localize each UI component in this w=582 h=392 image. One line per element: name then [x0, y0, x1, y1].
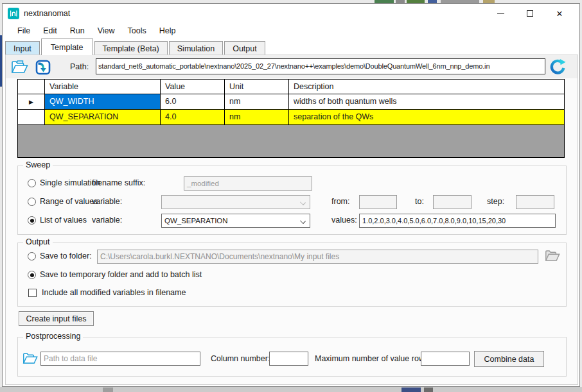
from-input[interactable]	[359, 195, 397, 209]
save-temp-folder-label: Save to temporary folder and add to batc…	[40, 270, 202, 279]
list-of-values-label: List of values	[40, 216, 87, 225]
current-row-marker-icon: ▶	[29, 99, 33, 105]
list-variable-select[interactable]: QW_SEPARATION	[161, 214, 310, 228]
output-group-title: Output	[23, 237, 53, 246]
create-input-files-button[interactable]: Create input files	[19, 311, 94, 326]
menu-bar: File Edit Run View Tools Help	[3, 23, 579, 38]
variables-table: Variable Value Unit Description ▶ QW_WID…	[17, 79, 565, 158]
open-data-file-button[interactable]	[22, 352, 38, 368]
postprocessing-group-title: Postprocessing	[23, 332, 83, 341]
save-to-folder-radio[interactable]	[28, 252, 36, 260]
chevron-down-icon	[300, 200, 306, 205]
desktop-artifact	[0, 387, 582, 392]
column-header-description[interactable]: Description	[289, 80, 564, 94]
menu-file[interactable]: File	[11, 24, 37, 37]
table-row: QW_SEPARATION 4.0 nm separation of the Q…	[18, 110, 564, 125]
list-variable-label: variable:	[92, 216, 122, 225]
column-header-value[interactable]: Value	[161, 80, 225, 94]
sweep-group-title: Sweep	[23, 160, 53, 169]
desktop-artifact	[424, 388, 433, 392]
tab-template[interactable]: Template	[41, 38, 93, 55]
template-toolbar: Path: standard_net6_automatic_portable\n…	[6, 55, 578, 78]
close-icon: ✕	[556, 10, 563, 18]
tab-strip: Input Template Template (Beta) Simulatio…	[5, 38, 577, 55]
cell-unit[interactable]: nm	[225, 110, 289, 125]
maximize-button[interactable]	[515, 4, 545, 22]
from-label: from:	[331, 197, 349, 206]
column-number-label: Column number:	[211, 354, 270, 363]
template-page: Path: standard_net6_automatic_portable\n…	[5, 55, 578, 385]
window-title: nextnanomat	[24, 9, 70, 18]
cell-description[interactable]: widths of both quantum wells	[289, 94, 564, 110]
save-to-folder-label: Save to folder:	[40, 251, 92, 260]
column-number-input[interactable]	[269, 352, 308, 366]
menu-run[interactable]: Run	[64, 24, 91, 37]
cell-value[interactable]: 4.0	[161, 110, 225, 125]
range-variable-label: variable:	[92, 197, 122, 206]
nextnano-logo-icon	[8, 8, 19, 19]
open-folder-icon	[22, 352, 38, 365]
menu-edit[interactable]: Edit	[37, 24, 64, 37]
step-input[interactable]	[516, 195, 554, 209]
filename-suffix-input[interactable]: _modified	[184, 176, 312, 191]
range-variable-select[interactable]	[161, 195, 310, 209]
cell-variable[interactable]: QW_SEPARATION	[45, 110, 161, 125]
include-variables-label: Include all modified variables in filena…	[42, 288, 186, 297]
folder-icon	[545, 249, 560, 262]
open-template-button[interactable]	[10, 58, 29, 76]
path-input[interactable]: standard_net6_automatic_portable\nextnan…	[96, 58, 545, 74]
output-group: Output Save to folder: C:\Users\carola.b…	[17, 243, 567, 307]
include-variables-checkbox[interactable]	[28, 289, 37, 297]
step-label: step:	[487, 197, 504, 206]
range-of-values-radio[interactable]	[28, 198, 36, 206]
to-label: to:	[415, 197, 424, 206]
single-simulation-radio[interactable]	[28, 179, 36, 187]
minimize-button[interactable]	[486, 4, 515, 22]
row-header-column	[18, 80, 45, 94]
chevron-down-icon	[300, 218, 306, 224]
values-input[interactable]: 1.0,2.0,3.0,4.0,5.0,6.0,7.0,8.0,9.0,10,1…	[359, 214, 556, 228]
column-header-variable[interactable]: Variable	[45, 80, 161, 94]
refresh-icon	[549, 58, 567, 76]
desktop-artifact	[103, 388, 113, 392]
row-header[interactable]	[18, 110, 45, 125]
open-folder-icon	[11, 60, 28, 74]
max-value-rows-input[interactable]	[421, 352, 470, 366]
table-header-row: Variable Value Unit Description	[18, 80, 564, 94]
path-label: Path:	[70, 62, 89, 71]
tab-output[interactable]: Output	[224, 41, 265, 55]
reload-template-button[interactable]	[549, 58, 567, 76]
filename-suffix-label: filename suffix:	[92, 178, 145, 187]
table-row: ▶ QW_WIDTH 6.0 nm widths of both quantum…	[18, 94, 564, 110]
sweep-group: Sweep Single simulation filename suffix:…	[17, 166, 567, 235]
cell-unit[interactable]: nm	[225, 94, 289, 110]
save-temp-folder-radio[interactable]	[28, 271, 36, 279]
title-bar[interactable]: nextnanomat ✕	[3, 4, 579, 23]
combine-data-button[interactable]: Combine data	[474, 351, 544, 367]
close-button[interactable]: ✕	[545, 4, 574, 22]
minimize-icon	[497, 13, 504, 14]
import-icon	[34, 58, 51, 76]
tab-template-beta[interactable]: Template (Beta)	[94, 41, 168, 55]
data-file-path-input[interactable]: Path to data file	[40, 352, 200, 366]
range-of-values-label: Range of values	[40, 197, 98, 206]
cell-variable[interactable]: QW_WIDTH	[45, 94, 161, 110]
browse-folder-button[interactable]	[545, 249, 560, 265]
to-input[interactable]	[433, 195, 472, 209]
menu-view[interactable]: View	[91, 24, 121, 37]
menu-tools[interactable]: Tools	[121, 24, 153, 37]
maximize-icon	[527, 10, 533, 17]
tab-simulation[interactable]: Simulation	[169, 41, 223, 55]
current-row-header[interactable]: ▶	[18, 94, 45, 110]
save-folder-path-input[interactable]: C:\Users\carola.burkl.NEXTNANO\Documents…	[97, 250, 538, 264]
desktop-artifact	[401, 388, 421, 392]
column-header-unit[interactable]: Unit	[225, 80, 289, 94]
list-of-values-radio[interactable]	[28, 216, 36, 225]
menu-help[interactable]: Help	[153, 24, 182, 37]
cell-description[interactable]: separation of the QWs	[289, 110, 564, 125]
cell-value[interactable]: 6.0	[161, 94, 225, 110]
import-template-button[interactable]	[33, 58, 52, 76]
app-window: nextnanomat ✕ File Edit Run View Tools H…	[2, 3, 580, 387]
values-label: values:	[331, 216, 357, 225]
tab-input[interactable]: Input	[5, 41, 40, 55]
